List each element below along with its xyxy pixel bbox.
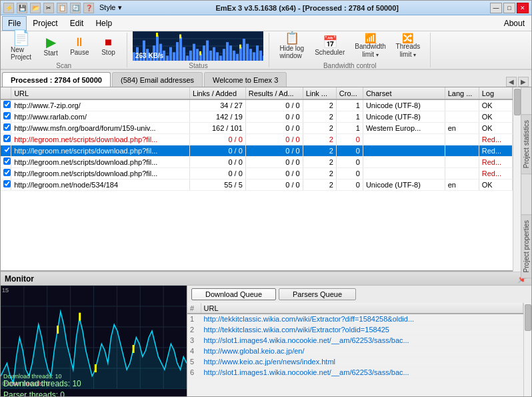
hide-log-button[interactable]: 📋 Hide logwindow xyxy=(275,31,309,61)
queue-table-header: # URL xyxy=(187,303,523,314)
threads-limit-button[interactable]: 🔀 Threadslimit ▾ xyxy=(391,31,425,61)
row-check-1[interactable] xyxy=(1,111,11,122)
tab-prev-button[interactable]: ◀ xyxy=(506,77,517,87)
row-link-1: 2 xyxy=(303,111,336,122)
queue-num-5: 6 xyxy=(187,367,201,378)
sidebar-project-statistics[interactable]: Project statistics xyxy=(521,114,532,174)
parsers-queue-tab[interactable]: Parsers Queue xyxy=(279,288,356,300)
monitor-title: Monitor xyxy=(5,274,34,284)
queue-scrollbar[interactable] xyxy=(523,303,531,397)
queue-row[interactable]: 3 http://slot1.images4.wikia.nocookie.ne… xyxy=(187,335,523,346)
pause-button[interactable]: ⏸ Pause xyxy=(65,31,93,61)
url-scrollbar-thumb[interactable] xyxy=(514,89,521,115)
url-table-row[interactable]: http://www.rarlab.com/ 142 / 19 0 / 0 2 … xyxy=(1,111,513,122)
about-button[interactable]: About xyxy=(499,17,530,29)
bandwidth-limit-button[interactable]: 📶 Bandwidthlimit ▾ xyxy=(351,31,390,61)
col-url-header[interactable]: URL xyxy=(11,87,190,99)
menu-bar: File Project Edit Help About xyxy=(1,15,531,31)
tab-welcome[interactable]: Welcome to Emex 3 xyxy=(204,72,287,87)
row-results-4: 0 / 0 xyxy=(245,145,303,156)
menu-file[interactable]: File xyxy=(2,16,27,31)
row-check-6[interactable] xyxy=(1,167,11,179)
queue-row[interactable]: 1 http://tekkitclassic.wikia.com/wiki/Ex… xyxy=(187,314,523,324)
row-link-6: 2 xyxy=(303,167,336,179)
row-url-4: http://legroom.net/scripts/download.php?… xyxy=(11,145,190,156)
toolbar-icon-2[interactable]: 📂 xyxy=(30,3,41,13)
scheduler-button[interactable]: 📅 Scheduler xyxy=(310,31,349,61)
queue-url-2: http://slot1.images4.wikia.nocookie.net/… xyxy=(201,335,523,346)
tab-processed[interactable]: Processed : 2784 of 50000 xyxy=(2,72,111,87)
queue-table-container: # URL 1 http://tekkitclassic.wikia.com/w… xyxy=(187,303,531,397)
toolbar-icon-1[interactable]: 💾 xyxy=(17,3,27,13)
queue-col-num: # xyxy=(187,303,201,314)
row-results-5: 0 / 0 xyxy=(245,156,303,167)
col-log-header[interactable]: Log xyxy=(479,87,512,99)
url-table-row[interactable]: http://legroom.net/scripts/download.php?… xyxy=(1,167,513,179)
row-check-4[interactable] xyxy=(1,145,11,156)
app-icon: ⚡ xyxy=(3,3,14,13)
tab-email[interactable]: (584) Email addresses xyxy=(112,72,203,87)
url-scrollbar[interactable] xyxy=(513,87,521,272)
minimize-button[interactable]: — xyxy=(490,3,502,13)
row-url-0: http://www.7-zip.org/ xyxy=(11,99,190,111)
queue-row[interactable]: 2 http://tekkitclassic.wikia.com/wiki/Ex… xyxy=(187,324,523,335)
toolbar-icon-6[interactable]: ❓ xyxy=(83,3,94,13)
toolbar-icon-5[interactable]: 🔄 xyxy=(70,3,81,13)
queue-row[interactable]: 6 http://slot1.images1.wikia.nocookie.ne… xyxy=(187,367,523,378)
stop-button[interactable]: ■ Stop xyxy=(95,31,121,61)
url-table-row[interactable]: http://legroom.net/scripts/download.php?… xyxy=(1,133,513,145)
tab-next-button[interactable]: ▶ xyxy=(518,77,529,87)
url-table-row[interactable]: http://www.msfn.org/board/forum/159-univ… xyxy=(1,122,513,133)
queue-scrollbar-thumb[interactable] xyxy=(525,304,531,331)
row-links-0: 34 / 27 xyxy=(190,99,246,111)
toolbar-icon-4[interactable]: 📋 xyxy=(57,3,67,13)
maximize-button[interactable]: □ xyxy=(503,3,515,13)
row-log-1: OK xyxy=(479,111,512,122)
url-table-row[interactable]: http://legroom.net/node/534/184 55 / 5 0… xyxy=(1,179,513,190)
status-label: Status xyxy=(189,62,207,69)
col-link-header[interactable]: Link ... xyxy=(303,87,336,99)
url-table-row[interactable]: http://legroom.net/scripts/download.php?… xyxy=(1,156,513,167)
menu-project[interactable]: Project xyxy=(27,16,63,31)
new-project-button[interactable]: 📄 NewProject xyxy=(6,31,36,61)
download-queue-tab[interactable]: Download Queue xyxy=(191,288,276,300)
row-check-7[interactable] xyxy=(1,179,11,190)
close-button[interactable]: ✕ xyxy=(517,3,529,13)
col-results-header[interactable]: Results / Ad... xyxy=(245,87,303,99)
row-charset-4 xyxy=(363,145,445,156)
menu-help[interactable]: Help xyxy=(89,16,118,31)
col-charset-header[interactable]: Charset xyxy=(363,87,445,99)
window-controls: — □ ✕ xyxy=(490,3,529,13)
tab-bar: Processed : 2784 of 50000 (584) Email ad… xyxy=(1,70,531,87)
url-table-row[interactable]: http://www.7-zip.org/ 34 / 27 0 / 0 2 1 … xyxy=(1,99,513,111)
row-url-6: http://legroom.net/scripts/download.php?… xyxy=(11,167,190,179)
row-check-2[interactable] xyxy=(1,122,11,133)
queue-row[interactable]: 4 http://www.global.keio.ac.jp/en/ xyxy=(187,346,523,356)
col-links-header[interactable]: Links / Added xyxy=(190,87,246,99)
row-check-3[interactable] xyxy=(1,133,11,145)
row-lang-1 xyxy=(445,111,479,122)
menu-edit[interactable]: Edit xyxy=(64,16,90,31)
menu-items: File Project Edit Help xyxy=(2,16,118,31)
row-check-0[interactable] xyxy=(1,99,11,111)
queue-url-5: http://slot1.images1.wikia.nocookie.net/… xyxy=(201,367,523,378)
row-url-1: http://www.rarlab.com/ xyxy=(11,111,190,122)
row-lang-7: en xyxy=(445,179,479,190)
style-dropdown[interactable]: Style ▾ xyxy=(97,3,125,12)
stop-icon: ■ xyxy=(105,36,112,48)
queue-table: # URL 1 http://tekkitclassic.wikia.com/w… xyxy=(187,303,523,378)
row-charset-3 xyxy=(363,133,445,145)
queue-url-3: http://www.global.keio.ac.jp/en/ xyxy=(201,346,523,356)
col-cro-header[interactable]: Cro... xyxy=(336,87,363,99)
start-button[interactable]: ▶ Start xyxy=(37,31,64,61)
col-lang-header[interactable]: Lang ... xyxy=(445,87,479,99)
sidebar-project-properties[interactable]: Project properties xyxy=(521,214,532,278)
row-links-2: 162 / 101 xyxy=(190,122,246,133)
queue-row[interactable]: 5 http://www.keio.ac.jp/en/news/index.ht… xyxy=(187,356,523,367)
toolbar-icon-3[interactable]: ✂ xyxy=(43,3,54,13)
row-lang-5 xyxy=(445,156,479,167)
row-check-5[interactable] xyxy=(1,156,11,167)
url-table-row[interactable]: http://legroom.net/scripts/download.php?… xyxy=(1,145,513,156)
title-bar-left: ⚡ 💾 📂 ✂ 📋 🔄 ❓ Style ▾ xyxy=(3,3,125,13)
new-project-label: NewProject xyxy=(11,46,31,61)
